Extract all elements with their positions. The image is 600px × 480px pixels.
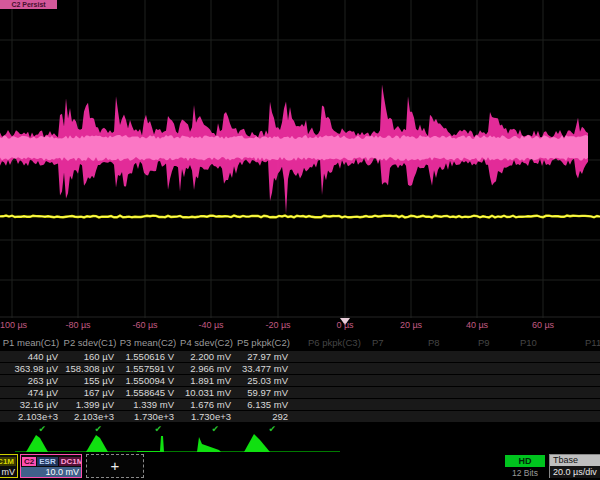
measure-value-cell: 160 µV [62, 351, 118, 362]
measure-value-cell: 1.550094 V [118, 375, 178, 386]
measure-value-cell: 10.031 mV [178, 387, 235, 398]
time-axis-label: -100 µs [0, 320, 27, 330]
measure-value-cell: 1.550616 V [118, 351, 178, 362]
measure-stat-row: 363.98 µV158.308 µV1.557591 V2.966 mV33.… [0, 363, 600, 375]
histicon-strip [0, 432, 600, 454]
timebase-value: 20.0 µs/div [550, 466, 600, 478]
add-trace-button[interactable]: + [86, 454, 144, 478]
measure-value-cell: 474 µV [0, 387, 62, 398]
measure-stat-row: 2.103e+32.103e+31.730e+31.730e+3292 [0, 411, 600, 423]
measure-param-header-disabled[interactable]: P11 [585, 336, 600, 349]
measure-value-cell: 1.891 mV [178, 375, 235, 386]
measure-param-header[interactable]: P5 pkpk(C2) [235, 336, 292, 349]
measure-value-cell: 292 [235, 411, 292, 422]
measure-value-cell: 2.966 mV [178, 363, 235, 374]
measure-value-cell: 25.03 mV [235, 375, 292, 386]
measure-value-cell: 440 µV [0, 351, 62, 362]
timebase-label: Tbase [550, 455, 600, 466]
time-axis-label: -40 µs [198, 320, 223, 330]
time-axis-label: 40 µs [466, 320, 488, 330]
measure-param-header-disabled[interactable]: P9 [478, 336, 490, 349]
measure-value-cell: 1.399 µV [62, 399, 118, 410]
c1-vertical-scale: 10.0 mV [0, 467, 17, 478]
time-axis-label: 60 µs [532, 320, 554, 330]
c2-channel-badge: C2 [22, 457, 36, 466]
measure-stat-row: 440 µV160 µV1.550616 V2.200 mV27.97 mV [0, 351, 600, 363]
measure-value-cell: 167 µV [62, 387, 118, 398]
measure-param-header-disabled[interactable]: P6 pkpk(C3) [308, 336, 361, 349]
time-axis-label: -60 µs [132, 320, 157, 330]
measure-value-cell: 33.477 mV [235, 363, 292, 374]
histicon-peak [26, 435, 48, 452]
time-axis: -100 µs-80 µs-60 µs-40 µs-20 µs0 µs20 µs… [0, 317, 600, 333]
measure-param-header[interactable]: P4 sdev(C2) [178, 336, 235, 349]
measure-param-header-disabled[interactable]: P7 [372, 336, 384, 349]
waveform-grid[interactable]: C2 Persist [0, 0, 600, 318]
time-axis-label: 0 µs [336, 320, 353, 330]
measure-param-header[interactable]: P2 sdev(C1) [62, 336, 118, 349]
measure-value-cell: 27.97 mV [235, 351, 292, 362]
c1-coupling-badge: DC1M [0, 457, 16, 466]
measure-value-cell: 1.730e+3 [118, 411, 178, 422]
measure-value-cell: 2.103e+3 [0, 411, 62, 422]
channel-c1-descriptor[interactable]: DC1M 10.0 mV [0, 454, 18, 478]
c2-vertical-scale: 10.0 mV [21, 467, 81, 478]
hd-mode-badge[interactable]: HD [505, 455, 545, 467]
measurement-table: P1 mean(C1)P2 sdev(C1)P3 mean(C2)P4 sdev… [0, 336, 600, 435]
histicon-step-spike [137, 436, 164, 452]
histicon-peak [86, 435, 108, 452]
measure-param-header-disabled[interactable]: P10 [520, 336, 537, 349]
measure-stat-row: 263 µV155 µV1.550094 V1.891 mV25.03 mV [0, 375, 600, 387]
measure-stat-row: 32.16 µV1.399 µV1.339 mV1.676 mV6.135 mV [0, 399, 600, 411]
measure-value-cell: 155 µV [62, 375, 118, 386]
measure-value-cell: 2.103e+3 [62, 411, 118, 422]
measure-value-cell: 2.200 mV [178, 351, 235, 362]
measure-value-cell: 263 µV [0, 375, 62, 386]
histicon-peak-wide [244, 434, 270, 452]
measure-value-cell: 32.16 µV [0, 399, 62, 410]
measure-value-cell: 59.97 mV [235, 387, 292, 398]
time-axis-label: -80 µs [65, 320, 90, 330]
measurement-header-row: P1 mean(C1)P2 sdev(C1)P3 mean(C2)P4 sdev… [0, 336, 600, 349]
hd-bits-label: 12 Bits [505, 468, 545, 478]
measure-value-cell: 1.339 mV [118, 399, 178, 410]
measure-value-cell: 6.135 mV [235, 399, 292, 410]
persistence-indicator: C2 Persist [0, 0, 57, 9]
time-axis-label: -20 µs [265, 320, 290, 330]
descriptor-bar: DC1M 10.0 mV C2 ESR DC1M 10.0 mV + HD 12… [0, 454, 600, 480]
oscilloscope-screen: C2 Persist -100 µs-80 µs-60 µs-40 µs-20 … [0, 0, 600, 480]
measure-value-cell: 1.557591 V [118, 363, 178, 374]
time-axis-label: 20 µs [400, 320, 422, 330]
c2-coupling-badge: DC1M [59, 457, 82, 466]
measure-value-cell: 158.308 µV [62, 363, 118, 374]
measure-param-header[interactable]: P3 mean(C2) [118, 336, 178, 349]
channel-c2-descriptor[interactable]: C2 ESR DC1M 10.0 mV [20, 454, 82, 478]
measure-stat-row: 474 µV167 µV1.558645 V10.031 mV59.97 mV [0, 387, 600, 399]
histicon-spike-decay [197, 437, 221, 452]
measure-value-cell: 1.558645 V [118, 387, 178, 398]
measure-param-header[interactable]: P1 mean(C1) [0, 336, 62, 349]
measure-param-header-disabled[interactable]: P8 [428, 336, 440, 349]
c2-esr-badge: ESR [37, 457, 57, 466]
waveform-traces [0, 0, 600, 318]
measure-value-cell: 363.98 µV [0, 363, 62, 374]
measure-value-cell: 1.730e+3 [178, 411, 235, 422]
timebase-descriptor[interactable]: Tbase 20.0 µs/div [549, 454, 600, 478]
measure-value-cell: 1.676 mV [178, 399, 235, 410]
